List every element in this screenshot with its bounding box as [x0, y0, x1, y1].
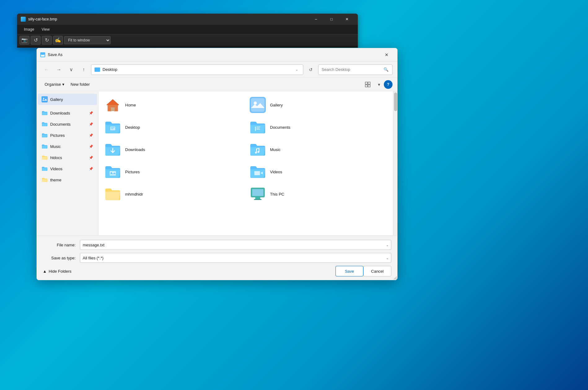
- search-bar: 🔍: [318, 64, 393, 75]
- sidebar-item-pictures[interactable]: Pictures 📌: [38, 130, 97, 141]
- view-toggle-button[interactable]: [363, 80, 373, 89]
- svg-line-33: [396, 279, 397, 280]
- dialog-close-button[interactable]: ✕: [380, 50, 394, 60]
- dialog-title-icon: [40, 52, 45, 57]
- view-options: ▾: [363, 80, 384, 89]
- sidebar-item-documents[interactable]: Documents 📌: [38, 119, 97, 130]
- svg-rect-4: [365, 85, 367, 87]
- organise-dropdown-icon: ▾: [62, 82, 64, 87]
- svg-rect-19: [257, 128, 260, 128]
- toolbar-btn-3[interactable]: ↻: [42, 36, 52, 45]
- videos-file-icon: [250, 164, 266, 180]
- nav-forward-button[interactable]: →: [54, 65, 64, 75]
- help-button[interactable]: ?: [384, 80, 393, 89]
- file-name-home: Home: [125, 103, 136, 107]
- pictures-sidebar-icon: [42, 132, 48, 138]
- sidebar-item-gallery[interactable]: Gallery: [38, 94, 97, 105]
- refresh-button[interactable]: ↺: [306, 65, 316, 75]
- organise-button[interactable]: Organise ▾: [42, 80, 68, 89]
- svg-rect-3: [368, 82, 370, 84]
- image-viewer-icon: [21, 17, 26, 22]
- sidebar-label-music: Music: [50, 144, 86, 149]
- filetype-row: Save as type: All files (*.*) ⌄: [43, 253, 391, 263]
- pin-icon-htdocs: 📌: [89, 156, 93, 160]
- scrollbar-track[interactable]: [393, 91, 397, 235]
- file-item-desktop[interactable]: Desktop: [101, 116, 246, 138]
- view-dropdown-button[interactable]: ▾: [374, 80, 384, 89]
- sidebar-item-htdocs[interactable]: htdocs 📌: [38, 152, 97, 163]
- save-button[interactable]: Save: [336, 266, 363, 276]
- file-item-downloads[interactable]: Downloads: [101, 138, 246, 161]
- nav-back-button[interactable]: ←: [42, 65, 51, 75]
- file-name-pictures: Pictures: [125, 170, 140, 174]
- file-item-documents[interactable]: Documents: [246, 116, 391, 138]
- toolbar-btn-1[interactable]: 📷: [20, 36, 29, 45]
- menu-image[interactable]: Image: [21, 26, 37, 33]
- location-bar[interactable]: Desktop ⌄: [91, 64, 303, 75]
- file-item-pictures[interactable]: Pictures: [101, 161, 246, 183]
- sidebar-item-videos[interactable]: Videos 📌: [38, 163, 97, 174]
- desktop-file-icon: [105, 119, 121, 135]
- dialog-resize-handle[interactable]: [393, 275, 397, 280]
- sidebar-label-gallery: Gallery: [50, 97, 93, 102]
- filename-dropdown-icon[interactable]: ⌄: [386, 243, 388, 247]
- home-file-icon: [105, 97, 121, 113]
- new-folder-button[interactable]: New folder: [68, 80, 93, 89]
- sidebar-label-htdocs: htdocs: [50, 155, 86, 160]
- menu-view[interactable]: View: [38, 26, 53, 33]
- file-item-this-pc[interactable]: This PC: [246, 183, 391, 205]
- filename-input[interactable]: [83, 243, 386, 247]
- cancel-button[interactable]: Cancel: [363, 266, 391, 276]
- toolbar-btn-4[interactable]: ✍: [53, 36, 63, 45]
- location-dropdown-icon[interactable]: ⌄: [294, 67, 300, 73]
- this-pc-file-icon: [250, 186, 266, 202]
- file-name-downloads: Downloads: [125, 147, 145, 152]
- svg-rect-6: [42, 96, 48, 102]
- dialog-content: Gallery Downloads 📌: [37, 91, 397, 235]
- window-controls: – □ ✕: [309, 15, 354, 24]
- svg-rect-2: [365, 82, 367, 84]
- file-item-videos[interactable]: Videos: [246, 161, 391, 183]
- gallery-sidebar-icon: [42, 96, 48, 102]
- scrollbar-thumb[interactable]: [394, 93, 397, 111]
- minimize-button[interactable]: –: [309, 15, 323, 24]
- pictures-file-icon: [105, 164, 121, 180]
- file-item-music[interactable]: Music: [246, 138, 391, 161]
- image-viewer-title: silly-cat-face.bmp: [28, 17, 306, 21]
- file-item-gallery[interactable]: Gallery: [246, 94, 391, 116]
- sidebar-label-downloads: Downloads: [50, 111, 86, 115]
- dialog-navbar: ← → ∨ ↑ Desktop ⌄ ↺ 🔍: [37, 62, 397, 78]
- filetype-dropdown-icon[interactable]: ⌄: [386, 256, 388, 260]
- svg-rect-20: [257, 129, 260, 130]
- maximize-button[interactable]: □: [324, 15, 339, 24]
- sidebar-label-documents: Documents: [50, 122, 86, 127]
- dialog-sidebar: Gallery Downloads 📌: [37, 91, 99, 235]
- actions-row: ▲ Hide Folders Save Cancel: [43, 266, 391, 276]
- sidebar-item-music[interactable]: Music 📌: [38, 141, 97, 152]
- new-folder-label: New folder: [71, 82, 90, 87]
- pin-icon-downloads: 📌: [89, 111, 93, 115]
- location-folder-icon: [94, 67, 100, 72]
- dialog-bottom: File name: ⌄ Save as type: All files (*.…: [37, 235, 397, 280]
- nav-up-button[interactable]: ↑: [79, 65, 89, 75]
- svg-rect-28: [252, 189, 263, 196]
- zoom-select[interactable]: Fit to window: [64, 36, 111, 44]
- dialog-toolbar: Organise ▾ New folder ▾ ?: [37, 78, 397, 91]
- search-input[interactable]: [322, 67, 381, 72]
- location-text: Desktop: [103, 67, 291, 72]
- hide-folders-arrow: ▲: [43, 269, 47, 274]
- close-button[interactable]: ✕: [340, 15, 354, 24]
- file-item-mhmdhidr[interactable]: mhmdhidr: [101, 183, 246, 205]
- filetype-value: All files (*.*): [83, 256, 386, 260]
- hide-folders-button[interactable]: ▲ Hide Folders: [43, 269, 72, 274]
- image-viewer-toolbar: 📷 ↺ ↻ ✍ Fit to window: [17, 34, 358, 46]
- documents-file-icon: [250, 119, 266, 135]
- search-icon[interactable]: 🔍: [383, 67, 389, 73]
- downloads-file-icon: [105, 141, 121, 158]
- toolbar-btn-2[interactable]: ↺: [31, 36, 41, 45]
- sidebar-item-theme[interactable]: theme: [38, 174, 97, 185]
- sidebar-item-downloads[interactable]: Downloads 📌: [38, 107, 97, 119]
- documents-sidebar-icon: [42, 121, 48, 127]
- file-item-home[interactable]: Home: [101, 94, 246, 116]
- nav-dropdown-button[interactable]: ∨: [66, 65, 76, 75]
